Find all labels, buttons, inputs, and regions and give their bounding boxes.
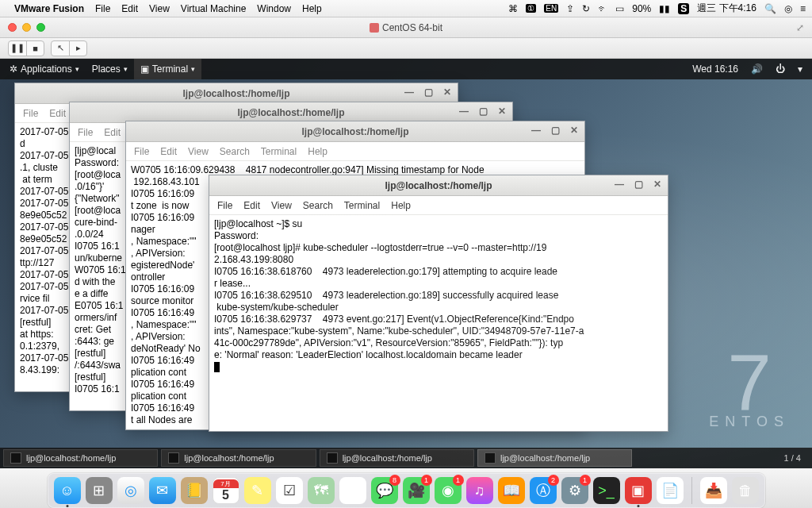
app-name[interactable]: VMware Fusion bbox=[14, 3, 84, 14]
terminal-title: ljp@localhost:/home/ljp bbox=[237, 107, 344, 118]
maximize-icon[interactable]: ▢ bbox=[550, 125, 561, 136]
vm-power-controls: ❚❚ ■ bbox=[8, 40, 44, 56]
menu-item[interactable]: File bbox=[78, 127, 93, 138]
menu-view[interactable]: View bbox=[149, 3, 170, 14]
terminal-title: ljp@localhost:/home/ljp bbox=[301, 126, 408, 137]
maps-icon[interactable]: 🗺 bbox=[308, 477, 335, 504]
clock[interactable]: 週三 下午4:16 bbox=[697, 2, 756, 15]
terminal-appmenu[interactable]: ▣ Terminal ▾ bbox=[134, 59, 201, 79]
mail-icon[interactable]: ✉ bbox=[149, 477, 176, 504]
menu-file[interactable]: File bbox=[95, 3, 110, 14]
calendar-day: 5 bbox=[222, 488, 229, 502]
menu-item[interactable]: Help bbox=[308, 146, 327, 157]
wechat-icon[interactable]: ◉1 bbox=[435, 477, 462, 504]
spotlight-icon[interactable]: 🔍 bbox=[764, 3, 776, 14]
menu-item[interactable]: View bbox=[188, 146, 209, 157]
menu-item[interactable]: Terminal bbox=[261, 146, 297, 157]
wifi-icon[interactable]: ᯤ bbox=[598, 3, 607, 14]
workspace-indicator[interactable]: 1 / 4 bbox=[776, 453, 809, 463]
close-icon[interactable]: ✕ bbox=[569, 125, 580, 136]
photos-icon[interactable]: ✿ bbox=[339, 477, 366, 504]
minimize-button[interactable] bbox=[22, 23, 31, 32]
maximize-icon[interactable]: ▢ bbox=[477, 106, 488, 117]
status-icon[interactable]: S bbox=[678, 3, 689, 14]
downloads-icon[interactable]: 📥 bbox=[700, 477, 727, 504]
textedit-icon[interactable]: 📄 bbox=[657, 477, 684, 504]
safari-icon[interactable]: ◎ bbox=[117, 477, 144, 504]
preferences-icon[interactable]: ⚙1 bbox=[561, 477, 588, 504]
fullscreen-icon[interactable]: ⤢ bbox=[796, 22, 804, 33]
trash-icon[interactable]: 🗑 bbox=[732, 477, 759, 504]
menu-item[interactable]: File bbox=[134, 146, 149, 157]
taskbar-item[interactable]: ljp@localhost:/home/ljp bbox=[3, 449, 158, 467]
menu-item[interactable]: View bbox=[271, 200, 292, 211]
calendar-icon[interactable]: 7月 5 bbox=[213, 477, 239, 504]
menu-item[interactable]: File bbox=[23, 108, 38, 119]
terminal-window-active[interactable]: ljp@localhost:/home/ljp — ▢ ✕ File Edit … bbox=[209, 175, 668, 432]
status-icon[interactable]: ⌘ bbox=[508, 3, 518, 14]
minimize-icon[interactable]: — bbox=[530, 125, 542, 136]
taskbar-label: ljp@localhost:/home/ljp bbox=[500, 453, 590, 463]
menu-item[interactable]: Search bbox=[303, 200, 333, 211]
sync-icon[interactable]: ↻ bbox=[582, 3, 590, 14]
taskbar-item[interactable]: ljp@localhost:/home/ljp bbox=[161, 449, 316, 467]
minimize-icon[interactable]: — bbox=[404, 87, 415, 98]
status-icon[interactable]: EN bbox=[544, 4, 558, 13]
terminal-body[interactable]: [ljp@localhost ~]$ su Password: [root@lo… bbox=[209, 215, 668, 431]
finder-icon[interactable]: ☺ bbox=[54, 477, 81, 504]
menu-edit[interactable]: Edit bbox=[121, 3, 138, 14]
display-icon[interactable]: ▭ bbox=[615, 3, 624, 14]
menu-item[interactable]: Terminal bbox=[344, 200, 380, 211]
ibooks-icon[interactable]: 📖 bbox=[498, 477, 525, 504]
maximize-icon[interactable]: ▢ bbox=[423, 87, 434, 98]
menu-item[interactable]: File bbox=[217, 200, 232, 211]
facetime-icon[interactable]: 🎥1 bbox=[403, 477, 430, 504]
maximize-icon[interactable]: ▢ bbox=[633, 179, 644, 190]
minimize-icon[interactable]: — bbox=[458, 106, 469, 117]
menu-virtual-machine[interactable]: Virtual Machine bbox=[181, 3, 247, 14]
close-button[interactable] bbox=[8, 23, 17, 32]
tool-button[interactable]: ↖ bbox=[52, 41, 69, 56]
notification-center-icon[interactable]: ≡ bbox=[800, 3, 806, 14]
minimize-icon[interactable]: — bbox=[614, 179, 625, 190]
power-icon[interactable]: ⏻ bbox=[769, 59, 791, 79]
terminal-titlebar[interactable]: ljp@localhost:/home/ljp — ▢ ✕ bbox=[209, 175, 668, 196]
applications-menu[interactable]: ✲ Applications ▾ bbox=[3, 59, 86, 79]
menu-item[interactable]: Edit bbox=[104, 127, 121, 138]
messages-icon[interactable]: 💬8 bbox=[371, 477, 398, 504]
menu-window[interactable]: Window bbox=[257, 3, 291, 14]
itunes-icon[interactable]: ♫ bbox=[466, 477, 493, 504]
terminal-titlebar[interactable]: ljp@localhost:/home/ljp — ▢ ✕ bbox=[126, 121, 584, 142]
launchpad-icon[interactable]: ⊞ bbox=[86, 477, 113, 504]
reminders-icon[interactable]: ☑ bbox=[276, 477, 303, 504]
status-icon[interactable]: ① bbox=[526, 4, 536, 13]
user-menu[interactable]: ▾ bbox=[791, 59, 809, 79]
menu-item[interactable]: Edit bbox=[160, 146, 177, 157]
menu-item[interactable]: Help bbox=[391, 200, 411, 211]
pause-button[interactable]: ❚❚ bbox=[9, 41, 26, 56]
close-icon[interactable]: ✕ bbox=[442, 87, 453, 98]
menu-help[interactable]: Help bbox=[302, 3, 322, 14]
menu-item[interactable]: Edit bbox=[243, 200, 260, 211]
notes-icon[interactable]: ✎ bbox=[244, 477, 271, 504]
appstore-icon[interactable]: Ⓐ2 bbox=[530, 477, 557, 504]
vmware-icon[interactable]: ▣ bbox=[625, 477, 652, 504]
battery-icon[interactable]: ▮▮ bbox=[659, 3, 670, 14]
menu-item[interactable]: Edit bbox=[49, 108, 66, 119]
siri-icon[interactable]: ◎ bbox=[784, 3, 792, 14]
contacts-icon[interactable]: 📒 bbox=[181, 477, 208, 504]
close-icon[interactable]: ✕ bbox=[652, 179, 663, 190]
zoom-button[interactable] bbox=[36, 23, 45, 32]
taskbar-item[interactable]: ljp@localhost:/home/ljp bbox=[320, 449, 474, 467]
taskbar-item-active[interactable]: ljp@localhost:/home/ljp bbox=[477, 449, 632, 467]
gnome-clock[interactable]: Wed 16:16 bbox=[686, 59, 745, 79]
dropbox-icon[interactable]: ⇪ bbox=[566, 3, 574, 14]
battery-percent[interactable]: 90% bbox=[632, 3, 651, 14]
tool-button[interactable]: ▸ bbox=[69, 41, 86, 56]
menu-item[interactable]: Search bbox=[220, 146, 250, 157]
places-menu[interactable]: Places ▾ bbox=[86, 59, 134, 79]
volume-icon[interactable]: 🔊 bbox=[745, 59, 769, 79]
stop-button[interactable]: ■ bbox=[26, 41, 44, 56]
terminal-icon[interactable]: >_ bbox=[593, 477, 620, 504]
close-icon[interactable]: ✕ bbox=[496, 106, 508, 117]
